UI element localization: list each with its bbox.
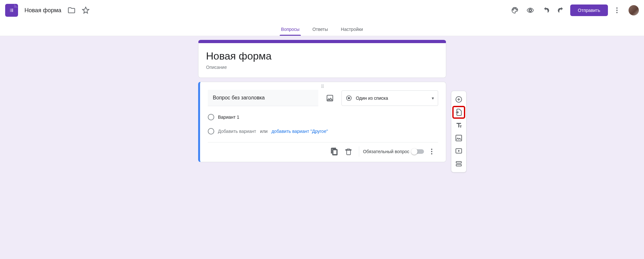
option-label[interactable]: Вариант 1 [218,115,239,120]
question-options: Вариант 1 Добавить вариант или добавить … [208,114,438,134]
option-row[interactable]: Вариант 1 [208,114,438,120]
question-more-icon[interactable] [425,145,438,158]
add-other-link[interactable]: добавить вариант "Другое" [272,129,328,134]
question-card[interactable]: ⠿ Один из списка ▾ Вариант 1 [198,82,446,162]
required-label: Обязательный вопрос [363,149,409,154]
account-avatar[interactable] [629,5,639,15]
add-question-icon[interactable] [453,94,465,105]
radio-icon [208,128,214,134]
question-type-label: Один из списка [356,96,388,101]
palette-icon[interactable] [508,4,521,17]
forms-logo[interactable] [5,4,18,17]
form-container: Новая форма Описание ⠿ Один из списка ▾ [198,40,446,162]
document-title[interactable]: Новая форма [24,7,61,14]
undo-icon[interactable] [539,4,552,17]
star-icon[interactable] [79,4,92,17]
question-type-select[interactable]: Один из списка ▾ [341,90,438,106]
more-icon[interactable] [610,4,623,17]
redo-icon[interactable] [555,4,568,17]
add-image-icon[interactable] [323,92,336,105]
separator [359,146,359,157]
header-right: Отправить [508,4,639,17]
or-text: или [260,129,268,134]
tab-questions[interactable]: Вопросы [280,27,301,36]
svg-point-0 [616,7,618,9]
tab-settings[interactable]: Настройки [340,27,364,36]
add-option-row: Добавить вариант или добавить вариант "Д… [208,128,438,134]
tab-responses[interactable]: Ответы [311,27,329,36]
drag-handle-icon[interactable]: ⠿ [321,84,325,89]
form-description[interactable]: Описание [206,65,438,70]
side-toolbar [451,91,466,172]
import-questions-icon[interactable] [453,106,465,118]
add-section-icon[interactable] [453,158,465,170]
question-title-input[interactable] [208,90,318,106]
question-footer: Обязательный вопрос [208,142,438,158]
svg-point-6 [431,151,432,152]
duplicate-icon[interactable] [328,145,341,158]
app-header: Новая форма Отправить [0,0,644,21]
send-button[interactable]: Отправить [570,5,608,16]
svg-point-5 [431,149,432,150]
add-image-tool-icon[interactable] [453,132,465,144]
header-left: Новая форма [5,4,92,17]
svg-rect-11 [456,162,461,163]
add-title-icon[interactable] [453,119,465,131]
required-toggle[interactable] [412,149,424,154]
add-video-icon[interactable] [453,145,465,157]
preview-icon[interactable] [524,4,537,17]
form-title[interactable]: Новая форма [206,50,438,62]
add-option-text[interactable]: Добавить вариант [218,129,256,134]
question-header-row: Один из списка ▾ [208,90,438,106]
form-title-card[interactable]: Новая форма Описание [198,40,446,78]
svg-rect-9 [456,135,462,141]
folder-icon[interactable] [65,4,78,17]
form-tabs: Вопросы Ответы Настройки [0,21,644,36]
svg-point-2 [616,12,618,13]
svg-point-4 [348,97,350,99]
workspace: Новая форма Описание ⠿ Один из списка ▾ [0,36,644,259]
radio-icon [208,114,214,120]
svg-point-7 [431,153,432,154]
chevron-down-icon: ▾ [432,96,434,101]
svg-point-1 [616,10,618,11]
delete-icon[interactable] [342,145,355,158]
svg-rect-12 [456,164,461,166]
